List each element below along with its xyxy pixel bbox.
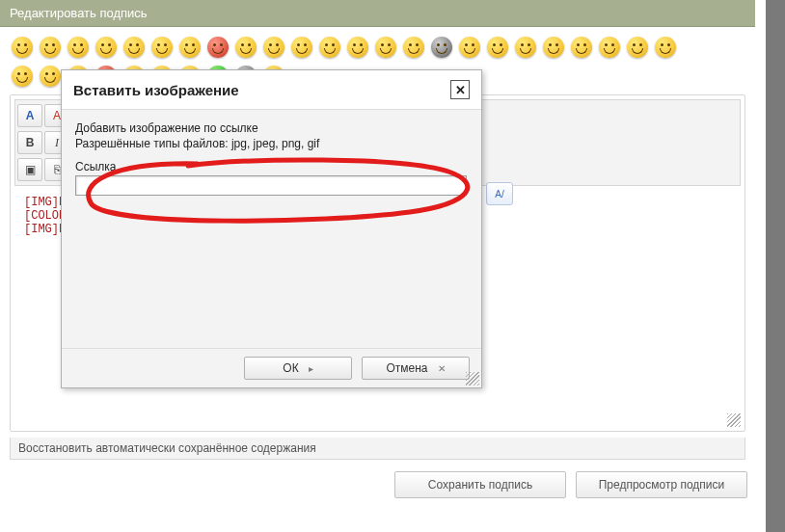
resize-grip-icon[interactable] xyxy=(727,413,741,427)
scroll-gutter xyxy=(766,0,785,532)
ok-button-label: ОК xyxy=(283,361,298,375)
emoji-cry[interactable] xyxy=(375,37,396,58)
emoji-surprised[interactable] xyxy=(291,37,312,58)
dialog-footer: ОК ▸ Отмена ✕ xyxy=(62,348,481,387)
url-label: Ссылка xyxy=(75,160,468,173)
emoji-kiss[interactable] xyxy=(459,37,480,58)
emoji-oops[interactable] xyxy=(235,37,257,58)
dialog-desc-2: Разрешённые типы файлов: jpg, jpeg, png,… xyxy=(75,137,468,150)
emoji-angry[interactable] xyxy=(207,37,229,58)
bold-button[interactable]: B xyxy=(17,131,42,154)
emoji-dead[interactable] xyxy=(403,37,424,58)
emoji-crazy[interactable] xyxy=(543,37,564,58)
emoji-gray-confused[interactable] xyxy=(431,37,452,58)
restore-autosave-button[interactable]: Восстановить автоматически сохранённое с… xyxy=(10,438,745,460)
emoji-sly[interactable] xyxy=(655,37,676,58)
emoji-tongue[interactable] xyxy=(12,66,33,87)
cancel-button[interactable]: Отмена ✕ xyxy=(362,357,470,380)
chevron-right-icon: ▸ xyxy=(309,363,313,374)
form-actions: Сохранить подпись Предпросмотр подписи xyxy=(4,460,751,498)
ok-button[interactable]: ОК ▸ xyxy=(244,357,352,380)
dialog-title: Вставить изображение xyxy=(73,82,239,98)
insert-image-button[interactable]: ▣ xyxy=(17,158,42,181)
emoji-cool[interactable] xyxy=(95,37,117,58)
font-color-a[interactable]: A xyxy=(17,104,42,127)
panel-title: Редактировать подпись xyxy=(0,0,755,27)
emoji-wink[interactable] xyxy=(68,37,89,58)
emoji-mask[interactable] xyxy=(151,37,173,58)
dialog-desc-1: Добавить изображение по ссылке xyxy=(75,121,468,135)
dialog-body: Добавить изображение по ссылке Разрешённ… xyxy=(62,110,481,348)
emoji-grin[interactable] xyxy=(40,37,61,58)
emoji-hearts[interactable] xyxy=(627,37,648,58)
insert-image-dialog: Вставить изображение ✕ Добавить изображе… xyxy=(61,69,482,388)
close-icon[interactable]: ✕ xyxy=(450,80,470,99)
emoji-smile[interactable] xyxy=(12,37,33,58)
emoji-glasses[interactable] xyxy=(179,37,201,58)
save-signature-button[interactable]: Сохранить подпись xyxy=(394,471,566,498)
preview-signature-button[interactable]: Предпросмотр подписи xyxy=(576,471,747,498)
emoji-dizzy[interactable] xyxy=(599,37,620,58)
emoji-confused[interactable] xyxy=(347,37,368,58)
cancel-button-label: Отмена xyxy=(386,361,427,375)
emoji-sad[interactable] xyxy=(40,66,61,87)
emoji-sleep[interactable] xyxy=(487,37,508,58)
switch-mode-button[interactable]: A/ xyxy=(486,182,513,205)
dialog-resize-grip-icon[interactable] xyxy=(466,372,479,386)
emoji-eyebrow[interactable] xyxy=(515,37,536,58)
dialog-header: Вставить изображение ✕ xyxy=(62,70,481,110)
page-root: Редактировать подпись AA⌫ BI ▣⎘ [IMG]ht[… xyxy=(0,0,785,532)
emoji-laugh[interactable] xyxy=(123,37,145,58)
emoji-row-1 xyxy=(4,33,751,62)
emoji-blush[interactable] xyxy=(263,37,284,58)
image-url-input[interactable] xyxy=(75,175,467,196)
close-x-icon: ✕ xyxy=(438,363,446,374)
emoji-sun[interactable] xyxy=(571,37,592,58)
emoji-yawn[interactable] xyxy=(319,37,340,58)
